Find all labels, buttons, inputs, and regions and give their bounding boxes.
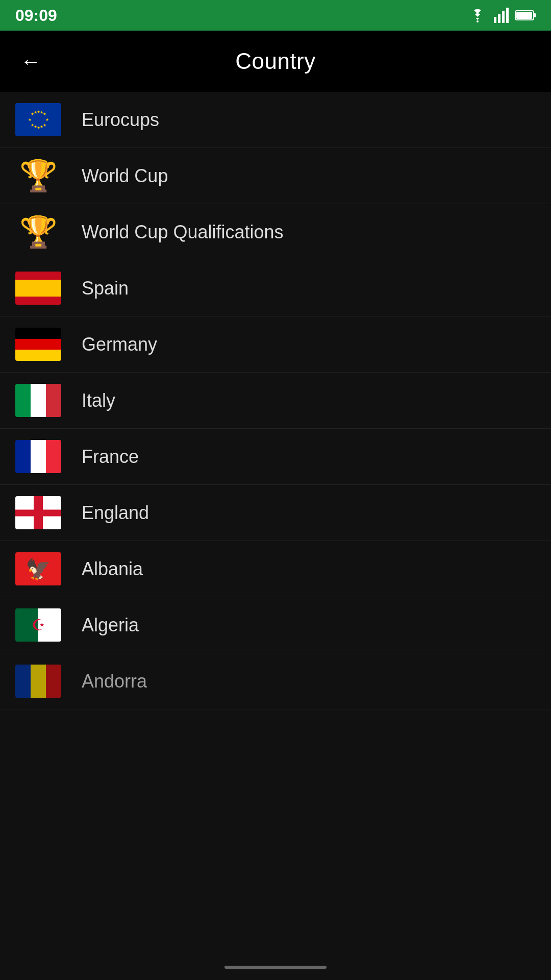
andorra-label: Andorra <box>82 671 147 692</box>
svg-text:★: ★ <box>43 123 46 128</box>
worldcup-label: World Cup <box>82 165 168 187</box>
status-bar: 09:09 <box>0 0 551 31</box>
list-item-algeria[interactable]: ☪ Algeria <box>0 597 551 653</box>
svg-rect-7 <box>516 12 532 19</box>
spain-icon <box>15 272 61 305</box>
list-item-worldcup[interactable]: 🏆 World Cup <box>0 148 551 204</box>
worldcup-icon: 🏆 <box>15 159 61 192</box>
list-item-spain[interactable]: Spain <box>0 260 551 316</box>
list-item-england[interactable]: England <box>0 485 551 541</box>
svg-text:★: ★ <box>34 110 37 115</box>
wifi-icon <box>467 8 488 23</box>
worldcupqual-icon: 🏆 <box>15 215 61 249</box>
toolbar: ← Country <box>0 31 551 92</box>
eu-flag-svg: ★ ★ ★ ★ ★ ★ ★ ★ ★ ★ ★ ★ <box>23 107 54 133</box>
italy-icon <box>15 384 61 417</box>
signal-icon <box>494 8 509 23</box>
svg-text:★: ★ <box>40 125 43 129</box>
eu-flag: ★ ★ ★ ★ ★ ★ ★ ★ ★ ★ ★ ★ <box>15 103 61 136</box>
status-time: 09:09 <box>15 6 57 25</box>
algeria-flag: ☪ <box>15 608 61 642</box>
italy-label: Italy <box>82 390 115 411</box>
england-flag <box>15 496 61 529</box>
page-title: Country <box>235 48 316 74</box>
list-item-worldcupqual[interactable]: 🏆 World Cup Qualifications <box>0 204 551 260</box>
albania-label: Albania <box>82 558 143 580</box>
england-icon <box>15 496 61 529</box>
svg-text:★: ★ <box>45 117 49 122</box>
italy-flag <box>15 384 61 417</box>
svg-rect-4 <box>506 8 509 23</box>
france-icon <box>15 440 61 473</box>
svg-rect-3 <box>502 11 505 23</box>
albania-flag: 🦅 <box>15 552 61 585</box>
eurocups-label: Eurocups <box>82 109 159 131</box>
algeria-icon: ☪ <box>15 608 61 642</box>
eurocups-icon: ★ ★ ★ ★ ★ ★ ★ ★ ★ ★ ★ ★ <box>15 103 61 136</box>
albania-eagle: 🦅 <box>26 559 51 579</box>
spain-label: Spain <box>82 278 129 299</box>
bottom-bar <box>0 954 551 980</box>
germany-label: Germany <box>82 334 157 355</box>
list-item-eurocups[interactable]: ★ ★ ★ ★ ★ ★ ★ ★ ★ ★ ★ ★ Eurocups <box>0 92 551 148</box>
svg-point-0 <box>477 20 479 22</box>
svg-rect-1 <box>494 17 496 23</box>
worldcupqual-label: World Cup Qualifications <box>82 222 284 243</box>
svg-text:★: ★ <box>43 112 46 116</box>
svg-rect-2 <box>498 14 500 23</box>
svg-text:★: ★ <box>28 117 32 122</box>
england-label: England <box>82 502 149 524</box>
germany-icon <box>15 328 61 361</box>
trophy-icon: 🏆 <box>19 161 58 191</box>
france-flag <box>15 440 61 473</box>
svg-text:★: ★ <box>34 125 37 129</box>
list-item-france[interactable]: France <box>0 429 551 485</box>
trophy-small-icon: 🏆 <box>19 217 58 248</box>
spain-flag <box>15 272 61 305</box>
algeria-label: Algeria <box>82 615 139 636</box>
andorra-flag <box>15 665 61 698</box>
country-list: ★ ★ ★ ★ ★ ★ ★ ★ ★ ★ ★ ★ Eurocups <box>0 92 551 709</box>
back-button[interactable]: ← <box>15 46 46 77</box>
france-label: France <box>82 446 139 468</box>
list-item-germany[interactable]: Germany <box>0 316 551 373</box>
bottom-indicator <box>224 966 327 969</box>
svg-rect-6 <box>534 13 536 17</box>
list-item-italy[interactable]: Italy <box>0 373 551 429</box>
list-item-andorra[interactable]: Andorra <box>0 653 551 709</box>
list-item-albania[interactable]: 🦅 Albania <box>0 541 551 597</box>
germany-flag <box>15 328 61 361</box>
albania-icon: 🦅 <box>15 552 61 585</box>
battery-icon <box>515 9 536 21</box>
back-arrow-icon: ← <box>20 50 41 72</box>
status-icons <box>467 8 536 23</box>
andorra-icon <box>15 665 61 698</box>
svg-text:★: ★ <box>40 110 43 115</box>
algeria-crescent: ☪ <box>32 618 45 633</box>
